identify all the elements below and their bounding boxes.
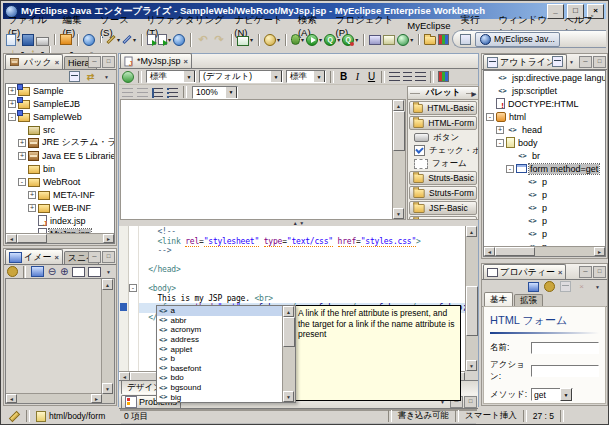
horizontal-scrollbar[interactable]: ◄ ► [6,393,102,403]
code-line[interactable]: </head> [139,265,465,275]
palette-item[interactable]: チェック・ボックス [408,144,478,157]
debug-jsp-button[interactable]: ▾ [105,36,121,43]
redo-button[interactable] [211,33,227,47]
zoom-out-button[interactable] [47,266,56,277]
palette-title-bar[interactable]: パレット ▶ [408,87,478,100]
completion-item[interactable]: <>abbr [157,316,283,326]
collapse-all-button[interactable] [68,71,81,82]
scroll-down-icon[interactable]: ▼ [393,208,404,219]
run-history-button[interactable]: ▾ [323,34,341,46]
font-color-button[interactable] [437,71,450,82]
code-line[interactable]: --> [139,246,465,256]
open-perspective-icon[interactable] [460,34,471,45]
scroll-down-icon[interactable]: ▼ [283,391,294,402]
run-jsp-button[interactable]: ▾ [121,36,137,43]
debug-button[interactable]: ▾ [290,34,305,45]
scrollbar-thumb[interactable] [17,234,47,243]
refresh-button[interactable] [121,71,135,83]
restore-value-button[interactable] [559,281,572,292]
tree-item[interactable]: -html [484,110,605,123]
breadcrumb[interactable]: html/body/form [30,409,111,423]
expander-icon[interactable]: + [28,204,36,212]
scroll-up-icon[interactable]: ▲ [102,279,113,290]
update-button[interactable] [82,34,96,46]
tree-item[interactable]: bin [6,162,114,175]
minimize-view-button[interactable]: ─ [88,56,101,68]
scrollbar-thumb[interactable] [283,317,295,347]
myeclipse-package-button[interactable] [59,34,73,45]
name-field[interactable] [531,342,599,354]
indent-button[interactable] [136,87,149,98]
tree-item[interactable]: jsp:directive.page language=java [484,71,605,84]
scrollbar-thumb[interactable] [393,111,405,151]
settings-button[interactable] [7,266,18,277]
annotation-ruler[interactable] [119,226,129,371]
palette-item[interactable]: ボタン [408,131,478,144]
align-center-button[interactable] [402,71,413,82]
vertical-scrollbar[interactable]: ▲ ▼ [465,226,478,371]
code-line[interactable]: This is my JSP page. <br> [139,294,465,304]
view-menu-button[interactable]: ▼ [591,281,604,292]
scrollbar-thumb[interactable] [495,247,535,256]
tab-myjsp[interactable]: *MyJsp.jsp × [120,53,192,68]
project-package-button[interactable] [382,35,396,45]
tree-item[interactable]: p [484,214,605,227]
categorize-button[interactable] [527,281,540,292]
code-line[interactable]: <!-- [139,227,465,237]
tree-item[interactable]: p [484,188,605,201]
design-canvas[interactable]: ▲ ▼ [120,99,406,220]
italic-button[interactable]: I [351,71,364,82]
run-button[interactable]: ▾ [305,34,323,46]
align-left-button[interactable] [388,71,401,82]
maximize-view-button[interactable]: □ [102,56,115,68]
profile-button[interactable]: ▾ [341,34,359,46]
minimize-view-button[interactable]: ─ [579,56,592,68]
vertical-scrollbar[interactable]: ▲ ▼ [101,279,114,403]
method-select[interactable]: get ▼ [531,388,573,401]
tree-item[interactable]: +JRE システム・ライブラリー [jd [6,136,114,149]
bullet-list-button[interactable] [166,87,179,98]
actual-size-button[interactable] [72,266,85,277]
view-menu-button[interactable]: ▼ [104,266,113,277]
scroll-down-icon[interactable]: ▼ [466,360,477,371]
palette-section[interactable]: Struts-Basic [409,171,477,185]
expander-icon[interactable]: + [8,87,16,95]
expander-icon[interactable]: - [18,178,26,186]
code-line[interactable] [139,256,465,266]
close-tab-icon[interactable]: × [184,57,188,66]
view-menu-button[interactable]: ▼ [100,71,113,82]
code-line[interactable]: <link rel="stylesheet" type="text/css" h… [139,237,465,247]
tab-image[interactable]: イメー × [5,249,63,264]
tree-item[interactable]: +SampleEJB [6,97,114,110]
expander-icon[interactable]: + [496,126,504,134]
zoom-combo[interactable]: 100%▼ [192,86,238,99]
tab-properties[interactable]: プロパティー × [483,264,566,279]
validate-button[interactable]: ▾ [396,34,414,46]
tree-item[interactable]: -WebRoot [6,175,114,188]
zoom-in-button[interactable] [60,266,69,277]
tree-item[interactable]: p [484,175,605,188]
palette-pin-icon[interactable]: ▶ [471,90,476,97]
scroll-right-icon[interactable]: ► [594,247,605,256]
fold-minus-icon[interactable]: - [129,284,137,292]
maximize-view-button[interactable]: □ [102,251,115,263]
remove-button[interactable]: × [575,281,588,292]
minimize-view-button[interactable]: ─ [88,251,101,263]
completion-item[interactable]: <>b [157,354,283,364]
close-tab-icon[interactable]: × [55,58,59,67]
palette-section[interactable]: Struts-Form [409,186,477,200]
tab-package-explorer[interactable]: パック × [5,54,63,69]
scroll-right-icon[interactable]: ► [103,234,114,243]
horizontal-scrollbar[interactable]: ◄ ► [6,233,114,243]
expander-icon[interactable]: + [18,152,26,160]
expander-icon[interactable]: - [486,113,494,121]
tree-item[interactable]: -form method=get [484,162,605,175]
palette-section[interactable]: HTML-Form [409,116,477,130]
code-line[interactable] [139,275,465,285]
run-server-button[interactable] [146,34,157,45]
close-tab-icon[interactable]: × [558,268,562,277]
new-table-button[interactable]: ▾ [236,34,254,46]
maximize-view-button[interactable]: □ [593,56,606,68]
palette-section[interactable]: HTML-Basic [409,101,477,115]
open-folder-button[interactable] [423,34,437,45]
